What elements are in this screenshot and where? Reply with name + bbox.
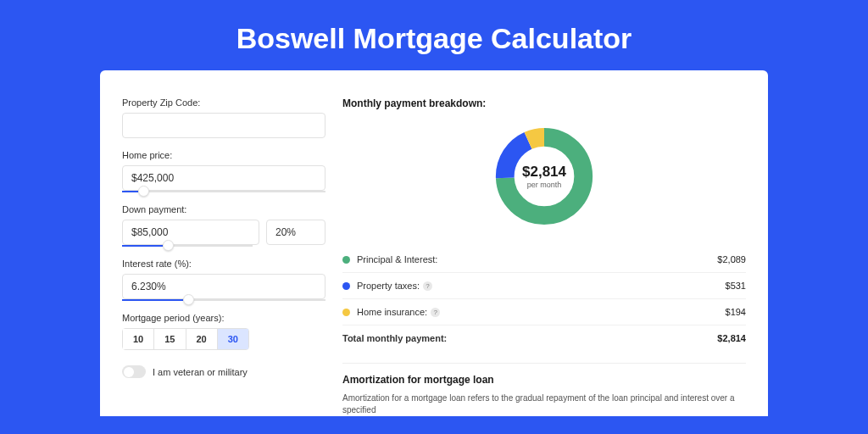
down-payment-amount-input[interactable] xyxy=(122,220,259,245)
down-payment-group: Down payment: xyxy=(122,204,326,247)
slider-thumb[interactable] xyxy=(163,240,174,251)
donut-chart: $2,814 per month xyxy=(342,120,746,247)
home-price-group: Home price: xyxy=(122,150,326,192)
donut-sub: per month xyxy=(522,181,566,189)
divider xyxy=(342,363,746,364)
calculator-card: Property Zip Code: Home price: Down paym… xyxy=(100,70,768,416)
veteran-toggle[interactable] xyxy=(122,365,146,378)
down-payment-pct-input[interactable] xyxy=(266,220,326,245)
breakdown-row-taxes: Property taxes: ? $531 xyxy=(342,272,746,298)
down-payment-slider[interactable] xyxy=(122,245,253,247)
row-label: Home insurance: xyxy=(357,307,427,317)
interest-rate-label: Interest rate (%): xyxy=(122,259,326,269)
page-title: Boswell Mortgage Calculator xyxy=(0,0,868,70)
period-group: Mortgage period (years): 10 15 20 30 xyxy=(122,313,326,350)
total-label: Total monthly payment: xyxy=(342,333,447,343)
dot-icon xyxy=(342,309,350,316)
row-label: Property taxes: xyxy=(357,281,420,291)
veteran-label: I am veteran or military xyxy=(153,367,248,377)
row-value: $531 xyxy=(726,281,746,291)
period-30-button[interactable]: 30 xyxy=(218,329,248,349)
zip-label: Property Zip Code: xyxy=(122,97,326,108)
veteran-toggle-row: I am veteran or military xyxy=(122,365,326,378)
total-value: $2,814 xyxy=(717,333,746,343)
inputs-panel: Property Zip Code: Home price: Down paym… xyxy=(122,97,326,416)
period-buttons: 10 15 20 30 xyxy=(122,328,249,350)
down-payment-label: Down payment: xyxy=(122,204,326,214)
row-label: Principal & Interest: xyxy=(357,254,437,264)
zip-input[interactable] xyxy=(122,113,326,138)
donut-amount: $2,814 xyxy=(522,164,566,181)
info-icon[interactable]: ? xyxy=(431,308,440,317)
breakdown-row-total: Total monthly payment: $2,814 xyxy=(342,325,746,351)
period-label: Mortgage period (years): xyxy=(122,313,326,323)
slider-thumb[interactable] xyxy=(183,294,194,305)
donut-center: $2,814 per month xyxy=(522,164,566,189)
interest-rate-group: Interest rate (%): xyxy=(122,259,326,301)
home-price-label: Home price: xyxy=(122,150,326,160)
dot-icon xyxy=(342,282,350,290)
home-price-input[interactable] xyxy=(122,165,326,191)
results-panel: Monthly payment breakdown: $2,814 per mo… xyxy=(342,97,746,416)
period-10-button[interactable]: 10 xyxy=(123,329,154,349)
row-value: $2,089 xyxy=(717,254,746,264)
slider-thumb[interactable] xyxy=(138,186,149,197)
period-15-button[interactable]: 15 xyxy=(154,329,186,349)
amortization-title: Amortization for mortgage loan xyxy=(342,374,746,386)
row-value: $194 xyxy=(726,307,746,317)
zip-group: Property Zip Code: xyxy=(122,97,326,138)
breakdown-row-principal: Principal & Interest: $2,089 xyxy=(342,247,746,272)
home-price-slider[interactable] xyxy=(122,191,326,192)
period-20-button[interactable]: 20 xyxy=(186,329,218,349)
interest-rate-slider[interactable] xyxy=(122,299,326,301)
breakdown-title: Monthly payment breakdown: xyxy=(342,97,746,109)
dot-icon xyxy=(342,256,350,264)
info-icon[interactable]: ? xyxy=(423,281,432,291)
amortization-text: Amortization for a mortgage loan refers … xyxy=(342,392,746,416)
breakdown-row-insurance: Home insurance: ? $194 xyxy=(342,298,746,325)
interest-rate-input[interactable] xyxy=(122,274,326,299)
